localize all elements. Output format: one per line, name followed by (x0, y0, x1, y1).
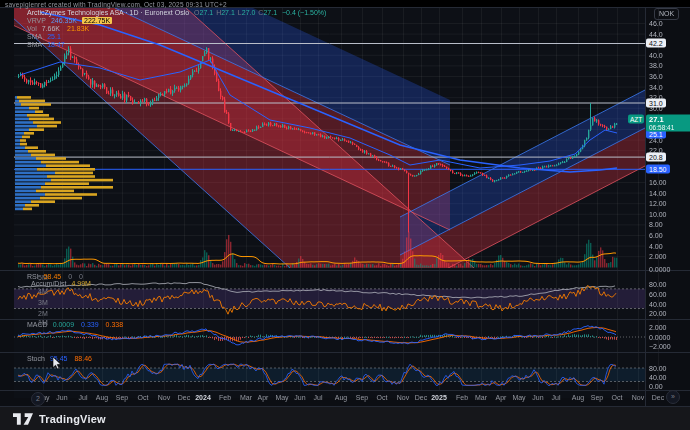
axis-left-button[interactable]: 2 (31, 392, 45, 406)
time-label: Feb (219, 394, 231, 401)
time-label: Oct (138, 394, 149, 401)
time-label: Dec (178, 394, 190, 401)
price-tick: 10.00 (649, 210, 667, 217)
tradingview-chart-window: savepiglenret created with TradingView.c… (0, 0, 690, 430)
time-label: Nov (397, 394, 409, 401)
price-tick: 36.0 (649, 73, 663, 80)
ohlc-item: C27.1 (258, 9, 277, 16)
ohlc-item: O27.1 (194, 9, 213, 16)
macd-legend[interactable]: MACD0.00090.3390.338 (27, 321, 125, 328)
accum-dist-legend[interactable]: Accum/Dist4.99M (31, 280, 93, 287)
pane-tick: 40.00 (649, 374, 667, 381)
watermark-text: savepiglenret created with TradingView.c… (5, 1, 227, 8)
time-label: Aug (335, 394, 347, 401)
time-label: Jun (56, 394, 67, 401)
footer-bar: TradingView (0, 407, 690, 430)
time-label: May (275, 394, 288, 401)
price-tick: 38.0 (649, 62, 663, 69)
chart-canvas[interactable] (0, 0, 690, 430)
indicator-legend-row[interactable]: SMA18.47 (27, 41, 326, 49)
price-level-badge: 18.50 (646, 164, 670, 173)
ticker-tag: AZT (628, 115, 644, 124)
pane-tick: 80.00 (649, 281, 667, 288)
price-level-badge: 20.8 (646, 152, 666, 161)
legend-value: 0.338 (104, 321, 126, 328)
price-tick: 0.0000 (649, 266, 670, 273)
pane-tick: 40.00 (649, 301, 667, 308)
price-tick: 46.0 (649, 20, 663, 27)
legend-value: 0 (66, 273, 74, 280)
time-label: Sep (356, 394, 368, 401)
price-tick: 16.00 (649, 179, 667, 186)
currency-label[interactable]: NOK (654, 8, 679, 20)
time-label: Aug (572, 394, 584, 401)
rsi-legend[interactable]: RSI58.4500 (27, 273, 85, 280)
time-label: Mar (475, 394, 487, 401)
symbol-title[interactable]: ArcticZymes Technologies ASA · 1D · Euro… (27, 9, 189, 16)
time-label: Apr (496, 394, 507, 401)
time-label: Jun (532, 394, 543, 401)
volume-scale-tick: 3M (38, 299, 48, 306)
time-label: 2024 (195, 394, 211, 401)
pane-tick: 2.000 (649, 324, 667, 331)
legend-value: 0.0009 (51, 321, 76, 328)
time-axis[interactable]: MayJunJulAugSepOctNovDec2024FebMarAprMay… (0, 391, 690, 406)
tradingview-brand-text[interactable]: TradingView (39, 413, 106, 425)
indicator-legend-row[interactable]: VRVP246.35K222.75K (27, 17, 326, 25)
time-label: Oct (612, 394, 623, 401)
ohlc-values: O27.1H27.1L27.0C27.1 (191, 9, 277, 16)
time-label: Sep (591, 394, 603, 401)
mouse-cursor (52, 357, 62, 370)
time-label: 2025 (431, 394, 447, 401)
price-level-badge: 31.0 (646, 98, 666, 107)
pane-tick: 0.00 (649, 383, 663, 390)
indicator-legend-row[interactable]: Vol7.66K21.83K (27, 25, 326, 33)
price-tick: 2.000 (649, 253, 667, 260)
price-tick: 40.0 (649, 51, 663, 58)
time-label: Feb (456, 394, 468, 401)
legend-value: 222.75K (82, 17, 112, 24)
change-value: −0.4 (−1.50%) (282, 9, 326, 16)
price-tick: 14.00 (649, 189, 667, 196)
time-label: May (512, 394, 525, 401)
legend-value: 25.1 (45, 33, 63, 40)
time-label: Jul (552, 394, 561, 401)
time-label: Jun (294, 394, 305, 401)
legend-value: 58.45 (42, 273, 64, 280)
tradingview-logo-icon[interactable] (13, 413, 33, 425)
time-label: Mar (240, 394, 252, 401)
time-label: Sep (116, 394, 128, 401)
time-label: Oct (377, 394, 388, 401)
legend-value: 4.99M (69, 280, 92, 287)
legend-value: 0 (77, 273, 85, 280)
pane-tick: 60.00 (649, 291, 667, 298)
time-label: Dec (652, 394, 664, 401)
time-label: Nov (632, 394, 644, 401)
indicator-legend-row[interactable]: SMA25.1 (27, 33, 326, 41)
price-tick: 8.00 (649, 221, 663, 228)
last-price: 27.1 (649, 116, 689, 124)
time-label: Aug (96, 394, 108, 401)
price-tick: 4.00 (649, 242, 663, 249)
legend-value: 246.35K (49, 17, 79, 24)
pane-tick: −2.000 (649, 343, 671, 350)
main-legend[interactable]: ArcticZymes Technologies ASA · 1D · Euro… (27, 9, 326, 49)
last-price-badge: 27.1 06:58:41 (646, 115, 690, 132)
price-level-badge: 42.2 (646, 39, 666, 48)
legend-value: 7.66K (40, 25, 62, 32)
price-tick: 12.00 (649, 200, 667, 207)
time-label: Jul (314, 394, 323, 401)
ohlc-item: H27.1 (216, 9, 235, 16)
pane-tick: 0.0000 (649, 334, 670, 341)
time-label: Dec (415, 394, 427, 401)
price-tick: 6.00 (649, 232, 663, 239)
scroll-to-realtime-button[interactable]: » (666, 390, 680, 404)
volume-scale-tick: 2M (38, 310, 48, 317)
bar-countdown: 06:58:41 (649, 124, 689, 131)
time-label: Apr (258, 394, 269, 401)
legend-value: 88.46 (72, 355, 94, 362)
pane-tick: 80.00 (649, 365, 667, 372)
price-scale[interactable]: 46.044.040.038.036.034.032.030.028.026.0… (646, 0, 690, 406)
volume-scale-tick: 4M (38, 288, 48, 295)
pane-tick: 20.00 (649, 310, 667, 317)
